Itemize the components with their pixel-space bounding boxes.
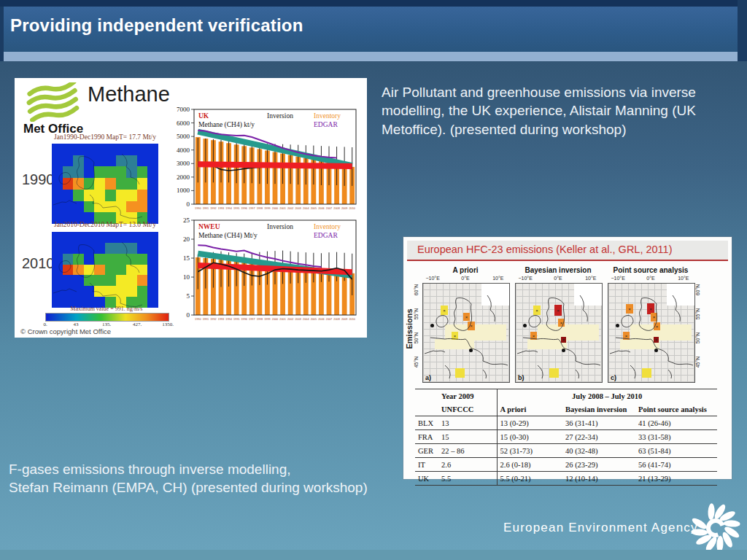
year-label-2010: 2010 [22, 255, 55, 272]
svg-text:2003: 2003 [295, 207, 301, 210]
svg-text:5: 5 [187, 292, 190, 300]
crown-copyright: © Crown copyright Met Office [20, 327, 111, 335]
svg-text:EDGAR: EDGAR [314, 232, 338, 239]
svg-text:2008: 2008 [333, 207, 339, 210]
svg-text:1992: 1992 [210, 207, 216, 210]
hfc-map-box: ×××××b) [515, 283, 603, 383]
hfc-map-c: Point source analysis−10°E0°E10°E××××××c… [608, 266, 694, 383]
met-office-logo-icon [25, 82, 88, 122]
svg-text:1994: 1994 [225, 318, 231, 321]
lon-ticks: −10°E0°E10°E [515, 276, 601, 283]
eea-agency-label: European Environment Agency [503, 521, 698, 535]
table-header-row: UNFCCCA prioriBayesian inversionPoint so… [415, 402, 717, 416]
table-bottom-rule [415, 486, 717, 486]
svg-text:20: 20 [183, 236, 190, 243]
svg-text:1995: 1995 [233, 207, 239, 210]
svg-text:7000: 7000 [177, 106, 190, 113]
year-label-1990: 1990 [22, 171, 55, 188]
colorbar-tick: 427. [133, 322, 142, 327]
svg-text:1992: 1992 [210, 318, 216, 321]
svg-text:Methane (CH4) Mt/y: Methane (CH4) Mt/y [198, 232, 258, 240]
hfc-map-box: ××××a) [422, 283, 510, 383]
svg-text:4000: 4000 [177, 147, 190, 154]
table-group-header-row: Year 2009July 2008 – July 2010 [415, 389, 717, 403]
svg-text:1994: 1994 [225, 207, 231, 210]
note-uk-inverse-modelling: Air Pollutant and greenhouse emissions v… [382, 83, 728, 139]
svg-text:2005: 2005 [311, 207, 317, 210]
svg-text:1000: 1000 [177, 187, 190, 194]
lon-ticks: −10°E0°E10°E [608, 276, 694, 283]
station-dot [654, 349, 658, 352]
panel-letter: c) [611, 374, 616, 381]
svg-text:EDGAR: EDGAR [314, 121, 338, 128]
hfc23-title-strip: European HFC-23 emissions (Keller at al.… [407, 241, 728, 261]
emissions-axis-label: Emissions [405, 300, 414, 358]
svg-text:Methane (CH4) kt/y: Methane (CH4) kt/y [198, 121, 255, 129]
svg-text:NWEU: NWEU [198, 223, 220, 230]
svg-text:2010: 2010 [349, 318, 355, 321]
table-row: BLX1313 (0-29)36 (31-41)41 (26-46) [415, 416, 717, 430]
colorbar-tick: 0. [43, 322, 47, 327]
svg-text:1997: 1997 [249, 207, 255, 210]
hfc-map-b: Bayesian inversion−10°E0°E10°E×××××b) [515, 266, 601, 383]
header-top-strip [0, 0, 747, 7]
hfc-map-title: A priori [422, 266, 508, 276]
station-dot [430, 324, 434, 327]
lon-ticks: −10°E0°E10°E [422, 276, 508, 283]
svg-text:1997: 1997 [249, 318, 255, 321]
svg-text:2001: 2001 [279, 318, 285, 321]
svg-text:Inventory: Inventory [314, 112, 341, 120]
lat-ticks: 60°N55°N50°N45°N [695, 283, 703, 381]
panel-letter: b) [518, 374, 525, 381]
hfc-map-a: A priori−10°E0°E10°E××××a)60°N55°N50°N45… [422, 266, 508, 383]
svg-text:25: 25 [183, 217, 190, 224]
hfc23-table: Year 2009July 2008 – July 2010UNFCCCA pr… [415, 389, 717, 486]
svg-text:2002: 2002 [287, 318, 293, 321]
svg-text:2009: 2009 [341, 207, 347, 210]
svg-text:2007: 2007 [326, 318, 332, 321]
footer-strip [0, 550, 747, 560]
hfc-map-box: ××××××c) [608, 283, 695, 383]
svg-text:2006: 2006 [318, 318, 324, 321]
svg-text:2000: 2000 [272, 318, 278, 321]
nweu-methane-chart: 0510152025199019911992199319941995199619… [158, 215, 362, 326]
svg-text:2000: 2000 [272, 207, 278, 210]
eea-footer: European Environment Agency [503, 500, 744, 556]
header-title-bar: Providing independent verification [0, 7, 747, 52]
station-dot [562, 349, 565, 352]
svg-text:2005: 2005 [311, 318, 317, 321]
svg-text:2008: 2008 [333, 318, 339, 321]
svg-text:1993: 1993 [218, 318, 224, 321]
header-corner-right [738, 0, 747, 61]
svg-text:Inversion: Inversion [267, 112, 293, 120]
svg-text:1998: 1998 [257, 207, 263, 210]
svg-text:1996: 1996 [241, 318, 247, 321]
hfc23-figure: European HFC-23 emissions (Keller at al.… [403, 237, 732, 479]
table-row: IT2.62.6 (0-18)26 (23-29)56 (41-74) [415, 458, 717, 472]
svg-text:0: 0 [187, 201, 190, 208]
uk-methane-chart: 0100020003000400050006000700019901991199… [158, 104, 362, 215]
colorbar-tick: 135. [102, 322, 111, 327]
svg-text:2001: 2001 [279, 207, 285, 210]
svg-text:1990: 1990 [195, 207, 201, 210]
svg-text:1991: 1991 [203, 318, 209, 321]
svg-text:2010: 2010 [349, 207, 355, 210]
hfc23-maps-row: A priori−10°E0°E10°E××××a)60°N55°N50°N45… [422, 266, 694, 383]
lat-ticks: 60°N55°N50°N45°N [414, 283, 421, 381]
met-office-figure: Met Office Methane Jan1990-Dec1990 MapT=… [15, 78, 367, 338]
map-1990-header: Jan1990-Dec1990 MapT= 17.7 Mt/y [43, 133, 167, 141]
svg-text:1998: 1998 [257, 318, 263, 321]
header-light-stripe [0, 52, 747, 61]
page-title: Providing independent verification [10, 15, 303, 36]
svg-text:2000: 2000 [177, 174, 190, 181]
station-dot [469, 349, 473, 352]
svg-text:1999: 1999 [264, 318, 270, 321]
hfc-map-title: Point source analysis [608, 266, 694, 276]
svg-text:15: 15 [183, 254, 190, 262]
svg-text:3000: 3000 [177, 160, 190, 167]
map-1990 [52, 144, 158, 224]
table-row: GER22 – 8652 (31-73)40 (32-48)63 (51-84) [415, 444, 717, 458]
svg-text:2004: 2004 [303, 207, 309, 210]
map-2010-header: Jan2010-Dec2010 MapT= 13.0 Mt/y [43, 221, 167, 228]
station-dot [616, 324, 619, 327]
